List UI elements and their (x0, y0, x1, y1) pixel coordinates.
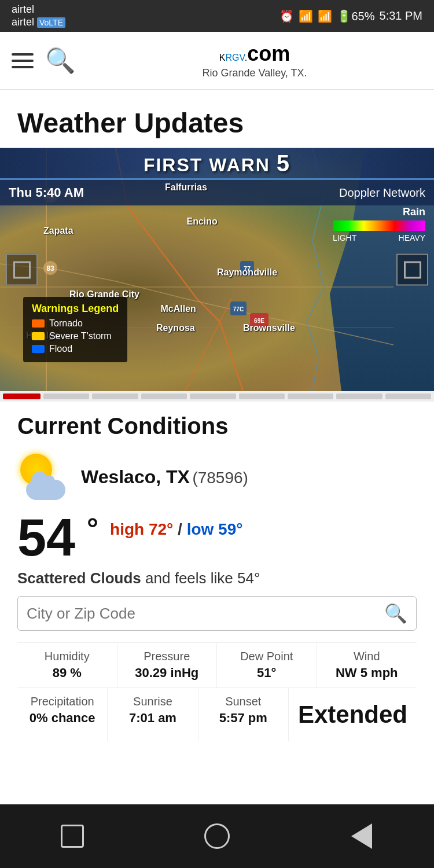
carrier-name: airtel (12, 3, 65, 16)
high-temp: high 72° (110, 520, 173, 538)
tornado-color (32, 319, 45, 328)
place-falfurrias: Falfurrias (165, 182, 207, 193)
city-zip-input[interactable] (27, 605, 384, 623)
radar-datetime: Thu 5:40 AM (9, 185, 84, 200)
status-bar: airtel airtel VoLTE ⏰ 📶 📶 🔋65% 5:31 PM (0, 0, 434, 32)
status-right: ⏰ 📶 📶 🔋65% 5:31 PM (279, 9, 422, 23)
extended-button[interactable]: Extended (293, 695, 412, 734)
rain-color-bar (333, 220, 425, 231)
place-raymondville: Raymondville (217, 267, 277, 278)
header: 🔍 KRGV.com Rio Grande Valley, TX. (0, 32, 434, 90)
bottom-navigation (0, 804, 434, 868)
feels-like-suffix: and feels like 54° (145, 569, 260, 587)
page-dot-8 (336, 393, 382, 399)
severe-tstorm-label: Severe T'storm (49, 331, 112, 341)
recent-apps-button[interactable] (55, 819, 90, 854)
place-reynosa: Reynosa (156, 323, 195, 333)
time-display: 5:31 PM (380, 9, 422, 23)
dew-point-value: 51° (222, 665, 312, 681)
back-icon (351, 823, 372, 849)
temperature-row: 54° high 72° / low 59° (17, 512, 417, 564)
conditions-title: Current Conditions (17, 413, 417, 439)
cloud-icon (26, 480, 65, 500)
stat-precipitation: Precipitation 0% chance (17, 688, 108, 741)
logo-rgv: RGV (225, 53, 244, 62)
warnings-legend-title: Warnings Legend (32, 303, 119, 315)
rain-label: Rain (403, 206, 425, 218)
radar-prev-button[interactable] (6, 254, 38, 286)
warnings-legend: Warnings Legend Tornado Severe T'storm F… (23, 297, 127, 362)
page-title: Weather Updates (17, 107, 417, 139)
sunset-value: 5:57 pm (203, 711, 284, 726)
firstwarn-overlay: FIRST WARN 5 (0, 148, 434, 180)
page-dot-4 (141, 393, 187, 399)
page-dot-2 (43, 393, 89, 399)
place-brownsville: Brownsville (243, 323, 295, 333)
stat-pressure: Pressure 30.29 inHg (117, 643, 218, 687)
stat-wind: Wind NW 5 mph (317, 643, 417, 687)
legend-flood: Flood (32, 344, 119, 354)
page-dot-1 (3, 393, 41, 399)
city-search-icon[interactable]: 🔍 (384, 602, 407, 624)
battery-icon: 🔋65% (337, 9, 374, 23)
city-input-row[interactable]: 🔍 (17, 596, 417, 631)
temp-slash: / (178, 520, 187, 538)
pressure-value: 30.29 inHg (122, 665, 212, 681)
radar-next-button[interactable] (396, 254, 428, 286)
svg-text:83: 83 (46, 264, 54, 273)
precipitation-value: 0% chance (22, 711, 102, 726)
stat-sunrise: Sunrise 7:01 am (108, 688, 198, 741)
place-zapata: Zapata (43, 226, 73, 236)
logo-subtitle: Rio Grande Valley, TX. (202, 67, 307, 79)
hamburger-menu-button[interactable] (12, 53, 34, 68)
carrier-name-2: airtel VoLTE (12, 16, 65, 29)
place-mcallen: McAllen (161, 304, 196, 314)
signal-icon: 📶 (318, 9, 332, 23)
site-logo: KRGV.com Rio Grande Valley, TX. (87, 42, 422, 79)
logo-com: com (247, 42, 290, 65)
home-button[interactable] (200, 819, 234, 854)
weather-stats-grid: Humidity 89 % Pressure 30.29 inHg Dew Po… (17, 642, 417, 687)
carrier-info: airtel airtel VoLTE (12, 3, 65, 28)
humidity-value: 89 % (22, 665, 112, 681)
logo-text: KRGV.com (219, 42, 290, 66)
stat-dew-point: Dew Point 51° (217, 643, 317, 687)
location-name: Weslaco, TX (81, 466, 190, 487)
stat-sunset: Sunset 5:57 pm (198, 688, 289, 741)
page-dot-6 (239, 393, 285, 399)
tornado-label: Tornado (49, 318, 83, 329)
humidity-label: Humidity (22, 650, 112, 663)
hi-lo-section: high 72° / low 59° (110, 512, 242, 539)
precipitation-label: Precipitation (22, 695, 102, 708)
weather-stats-grid-2: Precipitation 0% chance Sunrise 7:01 am … (17, 687, 417, 741)
stat-extended[interactable]: Extended (289, 688, 417, 741)
page-title-section: Weather Updates (0, 90, 434, 148)
feels-like-text: Scattered Clouds and feels like 54° (17, 569, 417, 587)
location-text: Weslaco, TX (78596) (81, 466, 248, 488)
firstwarn-text: FIRST WARN 5 (144, 150, 290, 176)
location-zip: (78596) (192, 469, 248, 487)
temperature-value: 54 (17, 512, 75, 564)
stat-humidity: Humidity 89 % (17, 643, 117, 687)
wifi-icon: 📶 (299, 9, 313, 23)
rain-light-label: LIGHT (333, 233, 356, 242)
phone-screen: 🔍 KRGV.com Rio Grande Valley, TX. Weathe… (0, 32, 434, 836)
rain-legend: Rain LIGHT HEAVY (333, 206, 425, 242)
pressure-label: Pressure (122, 650, 212, 663)
radar-doppler: Doppler Network (339, 186, 425, 200)
low-temp: low 59° (187, 520, 243, 538)
location-row: Weslaco, TX (78596) (17, 451, 417, 503)
wind-label: Wind (322, 650, 413, 663)
flood-label: Flood (49, 344, 72, 354)
legend-severe-tstorm: Severe T'storm (32, 331, 119, 341)
dew-point-label: Dew Point (222, 650, 312, 663)
back-button[interactable] (344, 819, 379, 854)
header-search-button[interactable]: 🔍 (45, 46, 75, 75)
hi-lo-row: high 72° / low 59° (110, 520, 242, 539)
wind-value: NW 5 mph (322, 665, 413, 681)
svg-text:77C: 77C (233, 306, 244, 312)
radar-info-bar: Thu 5:40 AM Doppler Network (0, 180, 434, 205)
temperature-degree: ° (87, 512, 98, 545)
page-dot-5 (190, 393, 236, 399)
place-encino: Encino (187, 216, 218, 227)
